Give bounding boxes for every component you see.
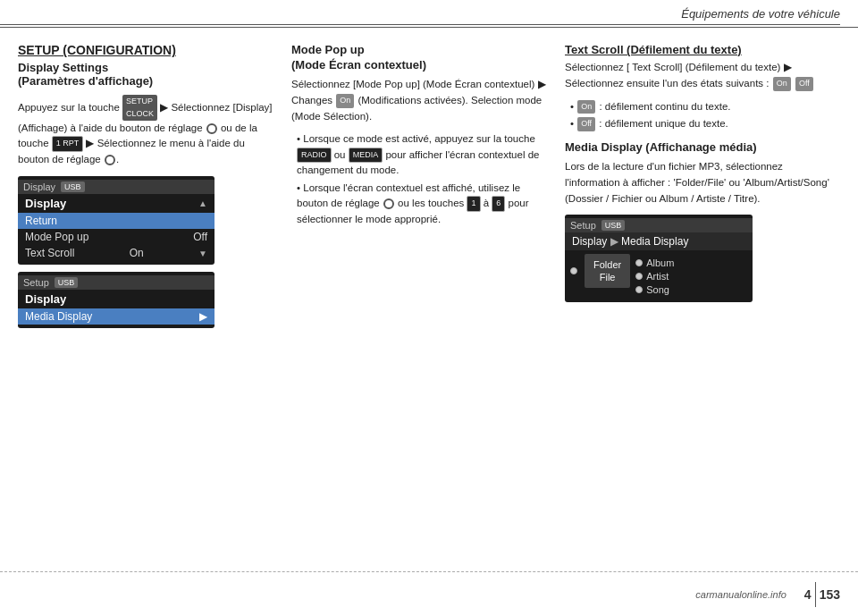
screen1-return-row: Return xyxy=(18,213,214,229)
media-badge: MEDIA xyxy=(349,148,383,164)
page-num-left: 4 xyxy=(804,587,812,602)
rpt-badge: 1 RPT xyxy=(52,136,84,152)
on-badge: On xyxy=(336,94,354,108)
off-badge2: Off xyxy=(577,117,595,131)
screen1-header: Display USB xyxy=(18,180,214,194)
radio-dot-folder xyxy=(570,267,577,274)
scroll-label: Text Scroll xyxy=(25,247,74,259)
on-badge3: On xyxy=(577,100,595,114)
folder-label: Folder xyxy=(593,259,621,270)
album-label: Album xyxy=(646,257,674,268)
mid-column: Mode Pop up (Mode Écran contextuel) Séle… xyxy=(291,43,551,571)
screen1-scroll-row: Text Scroll On ▼ xyxy=(18,245,214,261)
screen-media-display: Setup USB Display ▶ Media Display Folder… xyxy=(565,215,753,302)
mid-title: Mode Pop up xyxy=(291,43,551,56)
radio-dot-album xyxy=(635,259,643,266)
screen-display-menu: Display USB Display ▲ Return Mode Pop up… xyxy=(18,176,214,265)
screen-right-header: Setup USB xyxy=(565,218,753,232)
right-bullet-on: On : défilement continu du texte. xyxy=(570,99,840,114)
path-arrow: ▶ xyxy=(610,235,618,248)
media-display-arrow: ▶ xyxy=(199,310,207,323)
knob-icon1 xyxy=(206,123,217,134)
setup-badge: SETUPCLOCK xyxy=(122,95,157,121)
screen1-display-label: Display ▲ xyxy=(18,194,214,213)
album-option: Album xyxy=(635,257,674,268)
page-number: 4 153 xyxy=(804,582,840,607)
scroll-value: On xyxy=(130,247,144,259)
right-body2: Lors de la lecture d'un fichier MP3, sél… xyxy=(565,159,840,207)
right-title2: Media Display (Affichanage média) xyxy=(565,140,840,154)
popup-label: Mode Pop up xyxy=(25,231,88,243)
right-bullets1: On : défilement continu du texte. Off : … xyxy=(565,99,840,132)
screen2-display-label: Display xyxy=(18,290,214,308)
left-subtitle1: Display Settings (Paramètres d'affichage… xyxy=(18,61,277,88)
folder-file-box: Folder File xyxy=(585,254,630,288)
radio-dot-artist xyxy=(635,273,643,280)
mid-bullets: Lorsque ce mode est activé, appuyez sur … xyxy=(291,131,551,226)
usb-badge1: USB xyxy=(61,181,85,192)
screen-path: Display ▶ Media Display xyxy=(565,232,753,250)
right-title1: Text Scroll (Défilement du texte) xyxy=(565,43,840,56)
artist-option: Artist xyxy=(635,271,674,282)
options-list: Album Artist Song xyxy=(635,254,674,295)
screen2-media-row: Media Display ▶ xyxy=(18,308,214,325)
song-option: Song xyxy=(635,284,674,295)
file-label: File xyxy=(600,272,616,283)
media-display-label: Media Display xyxy=(25,310,92,323)
on-badge2: On xyxy=(773,77,791,91)
off-badge: Off xyxy=(795,77,813,91)
folder-section: Folder File xyxy=(570,254,630,288)
right-column: Text Scroll (Défilement du texte) Sélect… xyxy=(565,43,840,571)
return-label: Return xyxy=(25,215,57,227)
screen-content-row: Folder File Album Artist Song xyxy=(565,250,753,299)
num1-badge: 1 xyxy=(467,196,480,212)
usb-badge3: USB xyxy=(601,220,626,231)
song-label: Song xyxy=(646,284,669,295)
screen2-header: Setup USB xyxy=(18,275,214,290)
header-line xyxy=(0,27,858,28)
num6-badge: 6 xyxy=(492,196,505,212)
mid-subtitle: (Mode Écran contextuel) xyxy=(291,58,551,72)
screen-right-setup-label: Setup xyxy=(570,220,596,231)
artist-label: Artist xyxy=(646,271,669,282)
left-column: SETUP (CONFIGURATION) Display Settings (… xyxy=(18,43,277,571)
page-divider xyxy=(815,582,816,607)
usb-badge2: USB xyxy=(55,277,79,288)
mid-bullet-1: Lorsque ce mode est activé, appuyez sur … xyxy=(297,131,551,178)
radio-badge: RADIO xyxy=(297,148,332,164)
main-content: SETUP (CONFIGURATION) Display Settings (… xyxy=(0,34,858,571)
screen-setup-menu: Setup USB Display Media Display ▶ xyxy=(18,272,214,328)
page-num-right: 153 xyxy=(820,587,840,602)
screen1-header-label: Display xyxy=(23,181,55,192)
right-bullet-off: Off : défilement unique du texte. xyxy=(570,116,840,131)
footer-logo: carmanualonline.info xyxy=(695,589,786,600)
header-title: Équipements de votre véhicule xyxy=(681,7,840,21)
screen2-header-label: Setup xyxy=(23,277,49,288)
mid-body: Sélectionnez [Mode Pop up] (Mode Écran c… xyxy=(291,77,551,124)
right-body1: Sélectionnez [ Text Scroll] (Défilement … xyxy=(565,60,840,92)
popup-value: Off xyxy=(193,231,207,243)
mid-bullet-2: Lorsque l'écran contextuel est affiché, … xyxy=(297,181,551,227)
knob-icon2 xyxy=(105,155,115,165)
screen1-popup-row: Mode Pop up Off xyxy=(18,229,214,245)
left-title: SETUP (CONFIGURATION) xyxy=(18,43,277,57)
footer: carmanualonline.info 4 153 xyxy=(0,571,858,616)
scroll2: ▼ xyxy=(198,249,207,258)
left-body: Appuyez sur la touche SETUPCLOCK ▶ Sélec… xyxy=(18,95,277,167)
knob-icon3 xyxy=(383,198,394,209)
radio-dot-song xyxy=(635,286,643,293)
page-header: Équipements de votre véhicule xyxy=(0,7,840,25)
scroll1: ▲ xyxy=(198,198,207,208)
